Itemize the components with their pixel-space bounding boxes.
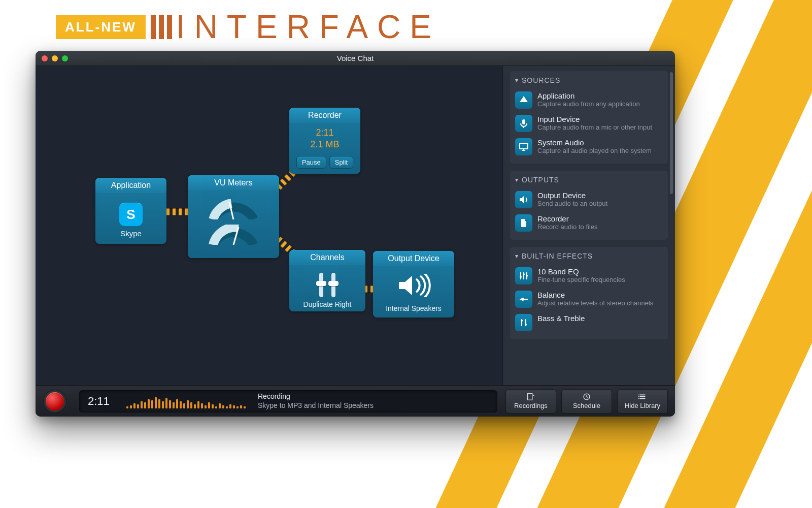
library-item-desc: Capture all audio played on the system — [537, 147, 652, 155]
speaker-icon — [515, 191, 532, 208]
routing-canvas[interactable]: Application S Skype VU Meters Recorder 2… — [36, 66, 502, 385]
library-item-title: 10 Band EQ — [537, 267, 625, 276]
headline-title: INTERFACE — [176, 8, 441, 46]
button-label: Recordings — [514, 402, 548, 409]
record-button[interactable] — [46, 392, 64, 410]
connector — [166, 208, 189, 215]
node-title: Application — [95, 178, 166, 194]
node-application[interactable]: Application S Skype — [95, 178, 166, 244]
svg-point-9 — [521, 320, 523, 322]
library-item-desc: Capture audio from a mic or other input — [537, 123, 652, 132]
node-title: Recorder — [289, 108, 360, 123]
balance-icon — [515, 291, 532, 308]
library-item-title: Output Device — [537, 191, 607, 200]
vu-gauges-icon — [188, 191, 279, 258]
section-header-sources[interactable]: ▾ SOURCES — [515, 75, 663, 88]
library-section-sources: ▾ SOURCES ApplicationCapture audio from … — [510, 71, 668, 164]
svg-point-10 — [525, 324, 527, 326]
library-sidebar: ▾ SOURCES ApplicationCapture audio from … — [502, 66, 675, 385]
titlebar: Voice Chat — [36, 51, 675, 66]
library-item-desc: Fine-tune specific frequencies — [537, 276, 625, 284]
button-label: Hide Library — [625, 402, 660, 409]
svg-rect-2 — [522, 119, 525, 124]
section-header-outputs[interactable]: ▾ OUTPUTS — [515, 175, 663, 188]
status-elapsed-time: 2:11 — [88, 395, 118, 408]
schedule-button[interactable]: Schedule — [561, 389, 612, 414]
svg-point-5 — [523, 273, 525, 275]
node-channels[interactable]: Channels Duplicate Right — [289, 250, 365, 311]
node-output-device[interactable]: Output Device Internal Speakers — [373, 251, 454, 318]
app-window: Voice Chat Application S Skype VU Meters — [36, 51, 675, 417]
library-item-title: Balance — [537, 291, 653, 299]
channels-mode: Duplicate Right — [289, 300, 365, 311]
recordings-button[interactable]: Recordings — [505, 389, 556, 414]
window-title: Voice Chat — [36, 54, 675, 62]
channel-sliders-icon — [289, 266, 365, 300]
library-item-title: Bass & Treble — [537, 314, 585, 323]
library-item-desc: Adjust relative levels of stereo channel… — [537, 299, 653, 307]
equalizer-icon — [515, 267, 532, 284]
pause-button[interactable]: Pause — [296, 156, 326, 169]
section-header-effects[interactable]: ▾ BUILT-IN EFFECTS — [515, 251, 663, 264]
application-name: Skype — [99, 229, 162, 238]
recorder-elapsed-time: 2:11 — [289, 128, 360, 138]
recorder-file-size: 2.1 MB — [289, 139, 360, 150]
speaker-icon — [373, 267, 454, 302]
svg-point-8 — [521, 298, 524, 301]
svg-point-13 — [638, 395, 639, 396]
library-item-title: Recorder — [537, 214, 598, 223]
library-section-effects: ▾ BUILT-IN EFFECTS 10 Band EQFine-tune s… — [510, 247, 668, 339]
library-item-output-device[interactable]: Output DeviceSend audio to an output — [515, 188, 663, 211]
skype-icon: S — [119, 203, 143, 226]
hide-library-button[interactable]: Hide Library — [617, 389, 668, 414]
tone-icon — [515, 314, 532, 331]
library-item-10-band-eq[interactable]: 10 Band EQFine-tune specific frequencies — [515, 264, 663, 288]
level-meter-icon — [126, 394, 246, 408]
badge-all-new: ALL-NEW — [56, 15, 146, 39]
status-panel: 2:11 Recording Skype to MP3 and Internal… — [79, 390, 497, 412]
app-icon — [515, 91, 532, 109]
status-line-1: Recording — [258, 392, 374, 401]
split-button[interactable]: Split — [329, 156, 353, 169]
svg-point-4 — [520, 276, 522, 278]
library-item-desc: Record audio to files — [537, 223, 598, 231]
button-label: Schedule — [573, 402, 600, 409]
svg-point-6 — [526, 275, 528, 277]
library-item-bass-treble[interactable]: Bass & Treble — [515, 311, 663, 334]
clock-icon — [582, 393, 591, 401]
library-item-title: Application — [537, 91, 640, 100]
library-item-desc: Capture audio from any application — [537, 100, 640, 108]
node-vu-meters[interactable]: VU Meters — [188, 175, 279, 258]
library-item-input-device[interactable]: Input DeviceCapture audio from a mic or … — [515, 112, 663, 135]
node-recorder[interactable]: Recorder 2:11 2.1 MB Pause Split — [289, 108, 360, 174]
file-icon — [515, 214, 532, 232]
library-item-system-audio[interactable]: System AudioCapture all audio played on … — [515, 135, 663, 158]
chevron-down-icon: ▾ — [515, 77, 519, 84]
bottom-toolbar: 2:11 Recording Skype to MP3 and Internal… — [36, 385, 675, 417]
recordings-icon — [526, 393, 535, 401]
svg-rect-3 — [520, 143, 528, 149]
library-item-application[interactable]: ApplicationCapture audio from any applic… — [515, 88, 663, 112]
svg-rect-11 — [528, 394, 532, 400]
svg-point-15 — [638, 398, 639, 399]
library-item-balance[interactable]: BalanceAdjust relative levels of stereo … — [515, 288, 663, 311]
list-icon — [638, 393, 647, 401]
microphone-icon — [515, 115, 532, 132]
monitor-icon — [515, 138, 532, 155]
headline-bars-icon — [151, 15, 172, 39]
node-title: Output Device — [373, 251, 454, 267]
library-section-outputs: ▾ OUTPUTS Output DeviceSend audio to an … — [510, 171, 668, 240]
library-item-title: Input Device — [537, 115, 652, 123]
section-title: BUILT-IN EFFECTS — [522, 252, 593, 260]
node-title: Channels — [289, 250, 365, 266]
svg-point-14 — [638, 396, 639, 397]
library-item-recorder[interactable]: RecorderRecord audio to files — [515, 211, 663, 235]
node-title: VU Meters — [188, 175, 279, 191]
chevron-down-icon: ▾ — [515, 252, 519, 260]
output-device-name: Internal Speakers — [373, 302, 454, 318]
scrollbar[interactable] — [670, 72, 673, 194]
page-headline: ALL-NEW INTERFACE — [56, 8, 441, 46]
section-title: OUTPUTS — [522, 176, 559, 184]
section-title: SOURCES — [522, 76, 560, 84]
chevron-down-icon: ▾ — [515, 176, 519, 183]
